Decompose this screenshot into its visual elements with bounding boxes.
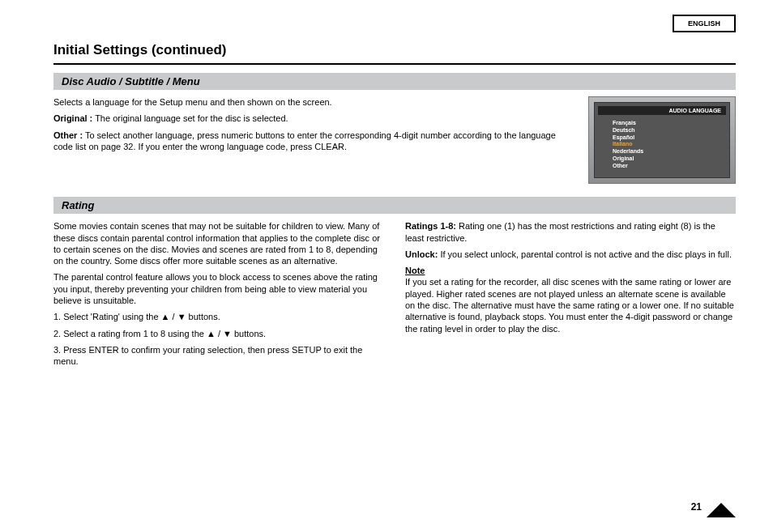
step-1: 1. Select 'Rating' using the ▲ / ▼ butto… <box>53 311 384 322</box>
step-3: 3. Press ENTER to confirm your rating se… <box>53 344 384 368</box>
rating-parental: The parental control feature allows you … <box>53 271 384 306</box>
step-2: 2. Select a rating from 1 to 8 using the… <box>53 328 384 339</box>
section1-other: Other : To select another language, pres… <box>53 130 567 153</box>
osd-item: Other <box>613 163 726 170</box>
manual-page: ENGLISH Initial Settings (continued) Dis… <box>0 0 773 532</box>
osd-item: Nederlands <box>613 148 726 155</box>
other-label: Other : <box>53 130 83 140</box>
section1-columns: Selects a language for the Setup menu an… <box>53 96 736 184</box>
title-rule <box>53 63 736 65</box>
osd-item: Español <box>613 134 726 142</box>
section1-original: Original : The original language set for… <box>53 113 567 124</box>
rating-levels: Ratings 1-8: Rating one (1) has the most… <box>405 220 736 244</box>
content-area: Initial Settings (continued) Disc Audio … <box>53 42 736 372</box>
page-up-icon <box>707 503 736 517</box>
original-text: The original language set for the disc i… <box>95 113 288 123</box>
other-text: To select another language, press numeri… <box>53 130 556 151</box>
rating-intro: Some movies contain scenes that may not … <box>53 220 384 266</box>
page-title: Initial Settings (continued) <box>53 42 736 58</box>
language-tab-label: ENGLISH <box>688 19 720 28</box>
rating-unlock: Unlock: If you select unlock, parental c… <box>405 249 736 260</box>
note-text: If you set a rating for the recorder, al… <box>405 277 734 333</box>
language-tab: ENGLISH <box>673 15 736 32</box>
section-heading-audio: Disc Audio / Subtitle / Menu <box>53 73 736 90</box>
ratings-label: Ratings 1-8: <box>405 221 456 231</box>
section2-right: Ratings 1-8: Rating one (1) has the most… <box>405 220 736 372</box>
osd-item: Original <box>613 155 726 163</box>
rating-note: Note If you set a rating for the recorde… <box>405 265 736 334</box>
section1-primary: Selects a language for the Setup menu an… <box>53 96 567 108</box>
osd-item: Deutsch <box>613 127 726 134</box>
section2-columns: Some movies contain scenes that may not … <box>53 220 736 372</box>
section1-text: Selects a language for the Setup menu an… <box>53 96 567 184</box>
osd-frame: AUDIO LANGUAGE Français Deutsch Español … <box>588 96 736 184</box>
section-heading-rating: Rating <box>53 197 736 214</box>
osd-language-list: Français Deutsch Español Italiano Nederl… <box>598 120 726 172</box>
note-head: Note <box>405 266 425 275</box>
osd-item-selected: Italiano <box>613 141 726 148</box>
page-number: 21 <box>691 501 702 513</box>
original-label: Original : <box>53 113 92 123</box>
osd-screen: AUDIO LANGUAGE Français Deutsch Español … <box>594 102 730 178</box>
unlock-label: Unlock: <box>405 249 438 259</box>
osd-screenshot: AUDIO LANGUAGE Français Deutsch Español … <box>588 96 736 184</box>
osd-item: Français <box>613 120 726 127</box>
unlock-text: If you select unlock, parental control i… <box>440 249 732 259</box>
osd-title: AUDIO LANGUAGE <box>598 106 726 115</box>
section2-left: Some movies contain scenes that may not … <box>53 220 384 372</box>
spacer <box>53 184 736 197</box>
